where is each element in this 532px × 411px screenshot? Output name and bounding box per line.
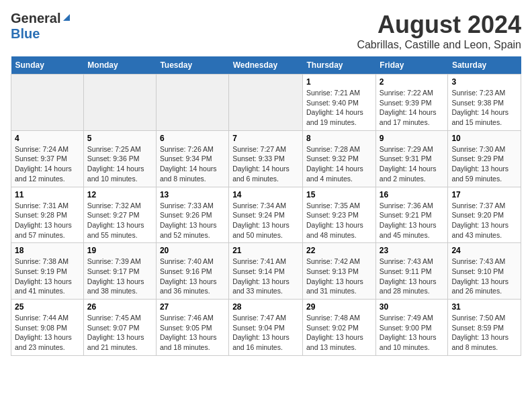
day-number: 22 xyxy=(306,246,372,255)
sunrise-label: Sunrise: 7:35 AM xyxy=(306,201,360,210)
sunrise-label: Sunrise: 7:22 AM xyxy=(380,89,433,97)
day-number: 28 xyxy=(232,302,299,312)
sunset-label: Sunset: 9:17 PM xyxy=(87,267,140,275)
daylight-label: Daylight: 13 hours and 55 minutes. xyxy=(87,221,144,239)
day-number: 11 xyxy=(15,190,80,199)
daylight-label: Daylight: 14 hours and 2 minutes. xyxy=(380,165,437,183)
sunrise-label: Sunrise: 7:25 AM xyxy=(87,145,141,153)
sunrise-label: Sunrise: 7:50 AM xyxy=(451,314,505,322)
sunrise-label: Sunrise: 7:41 AM xyxy=(232,257,286,265)
sunset-label: Sunset: 9:31 PM xyxy=(380,154,432,163)
day-info: Sunrise: 7:35 AMSunset: 9:23 PMDaylight:… xyxy=(306,201,372,240)
col-header-tuesday: Tuesday xyxy=(156,56,228,75)
day-info: Sunrise: 7:33 AMSunset: 9:26 PMDaylight:… xyxy=(160,201,225,240)
day-number: 12 xyxy=(87,190,152,199)
logo-triangle-icon xyxy=(62,13,71,25)
day-info: Sunrise: 7:47 AMSunset: 9:04 PMDaylight:… xyxy=(232,313,299,353)
day-info: Sunrise: 7:48 AMSunset: 9:02 PMDaylight:… xyxy=(306,313,372,353)
day-info: Sunrise: 7:49 AMSunset: 9:00 PMDaylight:… xyxy=(380,313,445,353)
daylight-label: Daylight: 14 hours and 8 minutes. xyxy=(160,165,217,183)
day-info: Sunrise: 7:50 AMSunset: 8:59 PMDaylight:… xyxy=(451,313,517,353)
page-title: August 2024 xyxy=(357,11,521,39)
day-info: Sunrise: 7:26 AMSunset: 9:34 PMDaylight:… xyxy=(160,144,225,184)
day-number: 7 xyxy=(232,134,299,143)
sunset-label: Sunset: 9:05 PM xyxy=(160,324,212,332)
day-number: 30 xyxy=(380,302,445,312)
sunrise-label: Sunrise: 7:43 AM xyxy=(451,257,505,265)
calendar-cell xyxy=(83,75,156,131)
sunset-label: Sunset: 9:39 PM xyxy=(380,99,432,107)
day-info: Sunrise: 7:39 AMSunset: 9:17 PMDaylight:… xyxy=(87,257,152,296)
col-header-monday: Monday xyxy=(83,56,156,75)
calendar-cell: 16Sunrise: 7:36 AMSunset: 9:21 PMDayligh… xyxy=(375,187,448,243)
sunset-label: Sunset: 9:23 PM xyxy=(306,211,359,219)
logo-blue: Blue xyxy=(11,26,40,41)
day-info: Sunrise: 7:23 AMSunset: 9:38 PMDaylight:… xyxy=(451,88,517,128)
day-info: Sunrise: 7:32 AMSunset: 9:27 PMDaylight:… xyxy=(87,201,152,240)
sunrise-label: Sunrise: 7:47 AM xyxy=(232,314,286,322)
page-subtitle: Cabrillas, Castille and Leon, Spain xyxy=(357,39,521,51)
calendar-cell: 23Sunrise: 7:43 AMSunset: 9:11 PMDayligh… xyxy=(375,243,448,300)
daylight-label: Daylight: 14 hours and 10 minutes. xyxy=(87,165,144,183)
sunset-label: Sunset: 9:20 PM xyxy=(451,211,504,219)
day-info: Sunrise: 7:34 AMSunset: 9:24 PMDaylight:… xyxy=(232,201,299,240)
day-info: Sunrise: 7:41 AMSunset: 9:14 PMDaylight:… xyxy=(232,257,299,296)
sunrise-label: Sunrise: 7:36 AM xyxy=(380,201,433,210)
daylight-label: Daylight: 14 hours and 17 minutes. xyxy=(380,108,437,126)
sunrise-label: Sunrise: 7:43 AM xyxy=(380,257,433,265)
col-header-wednesday: Wednesday xyxy=(229,56,303,75)
calendar-cell: 15Sunrise: 7:35 AMSunset: 9:23 PMDayligh… xyxy=(303,187,376,243)
sunset-label: Sunset: 9:34 PM xyxy=(160,154,212,163)
day-number: 6 xyxy=(160,134,225,143)
sunset-label: Sunset: 9:02 PM xyxy=(306,324,359,332)
daylight-label: Daylight: 14 hours and 12 minutes. xyxy=(15,165,72,183)
daylight-label: Daylight: 13 hours and 31 minutes. xyxy=(306,277,363,295)
day-info: Sunrise: 7:46 AMSunset: 9:05 PMDaylight:… xyxy=(160,313,225,353)
sunrise-label: Sunrise: 7:48 AM xyxy=(306,314,360,322)
daylight-label: Daylight: 13 hours and 41 minutes. xyxy=(15,277,72,295)
sunset-label: Sunset: 9:32 PM xyxy=(306,154,359,163)
daylight-label: Daylight: 13 hours and 18 minutes. xyxy=(160,333,217,351)
day-info: Sunrise: 7:40 AMSunset: 9:16 PMDaylight:… xyxy=(160,257,225,296)
daylight-label: Daylight: 13 hours and 8 minutes. xyxy=(451,333,508,351)
sunrise-label: Sunrise: 7:28 AM xyxy=(306,145,360,153)
day-info: Sunrise: 7:30 AMSunset: 9:29 PMDaylight:… xyxy=(451,144,517,184)
logo-general: General xyxy=(11,11,60,26)
day-number: 14 xyxy=(232,190,299,199)
day-number: 26 xyxy=(87,302,152,312)
daylight-label: Daylight: 14 hours and 15 minutes. xyxy=(451,108,508,126)
sunrise-label: Sunrise: 7:34 AM xyxy=(232,201,286,210)
sunrise-label: Sunrise: 7:31 AM xyxy=(15,201,69,210)
sunrise-label: Sunrise: 7:46 AM xyxy=(160,314,214,322)
sunrise-label: Sunrise: 7:45 AM xyxy=(87,314,141,322)
daylight-label: Daylight: 14 hours and 19 minutes. xyxy=(306,108,363,126)
daylight-label: Daylight: 13 hours and 28 minutes. xyxy=(380,277,437,295)
daylight-label: Daylight: 13 hours and 50 minutes. xyxy=(232,221,290,239)
calendar-cell: 13Sunrise: 7:33 AMSunset: 9:26 PMDayligh… xyxy=(156,187,228,243)
day-number: 23 xyxy=(380,246,445,255)
day-number: 17 xyxy=(451,190,517,199)
day-info: Sunrise: 7:36 AMSunset: 9:21 PMDaylight:… xyxy=(380,201,445,240)
day-info: Sunrise: 7:21 AMSunset: 9:40 PMDaylight:… xyxy=(306,88,372,128)
sunset-label: Sunset: 9:10 PM xyxy=(451,267,504,275)
calendar-cell: 24Sunrise: 7:43 AMSunset: 9:10 PMDayligh… xyxy=(448,243,521,300)
day-info: Sunrise: 7:24 AMSunset: 9:37 PMDaylight:… xyxy=(15,144,80,184)
daylight-label: Daylight: 13 hours and 43 minutes. xyxy=(451,221,508,239)
sunset-label: Sunset: 9:24 PM xyxy=(232,211,285,219)
calendar-cell: 14Sunrise: 7:34 AMSunset: 9:24 PMDayligh… xyxy=(229,187,303,243)
calendar-cell: 6Sunrise: 7:26 AMSunset: 9:34 PMDaylight… xyxy=(156,130,228,187)
daylight-label: Daylight: 14 hours and 6 minutes. xyxy=(232,165,290,183)
calendar-cell: 29Sunrise: 7:48 AMSunset: 9:02 PMDayligh… xyxy=(303,300,376,356)
daylight-label: Daylight: 13 hours and 36 minutes. xyxy=(160,277,217,295)
sunset-label: Sunset: 9:33 PM xyxy=(232,154,285,163)
daylight-label: Daylight: 13 hours and 16 minutes. xyxy=(232,333,290,351)
calendar-cell xyxy=(229,75,303,131)
calendar-table: SundayMondayTuesdayWednesdayThursdayFrid… xyxy=(11,56,521,356)
page-header: General Blue August 2024 Cabrillas, Cast… xyxy=(11,11,521,51)
day-number: 10 xyxy=(451,134,517,143)
daylight-label: Daylight: 13 hours and 33 minutes. xyxy=(232,277,290,295)
day-number: 4 xyxy=(15,134,80,143)
sunset-label: Sunset: 9:13 PM xyxy=(306,267,359,275)
sunset-label: Sunset: 9:07 PM xyxy=(87,324,140,332)
calendar-cell: 20Sunrise: 7:40 AMSunset: 9:16 PMDayligh… xyxy=(156,243,228,300)
